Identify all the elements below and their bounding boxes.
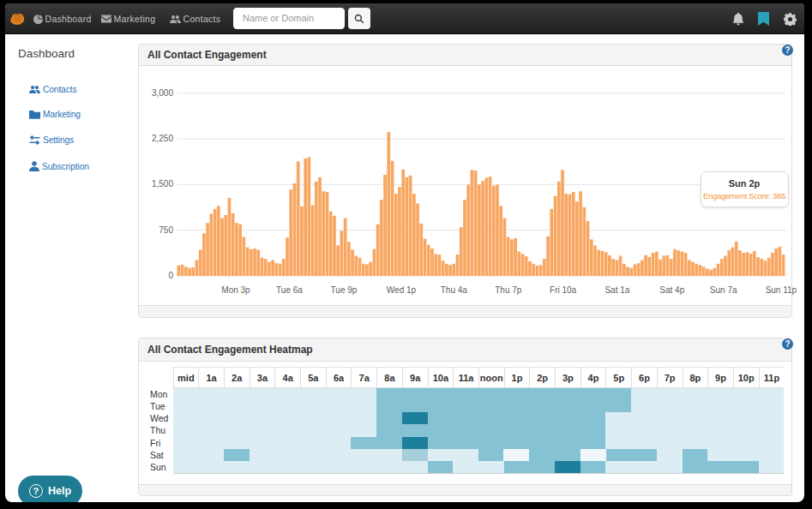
svg-text:Tue 6a: Tue 6a (276, 284, 303, 294)
svg-text:Sat 4p: Sat 4p (659, 284, 684, 294)
svg-text:Wed 1p: Wed 1p (387, 284, 417, 294)
svg-text:Sun 7a: Sun 7a (710, 284, 737, 294)
svg-text:3,000: 3,000 (152, 87, 173, 97)
svg-text:750: 750 (159, 225, 173, 234)
svg-text:Tue 9p: Tue 9p (331, 284, 358, 294)
svg-text:Thu 4a: Thu 4a (441, 284, 468, 294)
svg-text:1,500: 1,500 (152, 179, 173, 189)
svg-text:Mon 3p: Mon 3p (221, 284, 250, 294)
svg-text:Thu 7p: Thu 7p (495, 284, 522, 294)
svg-text:Sun 11p: Sun 11p (766, 284, 797, 294)
svg-text:0: 0 (168, 271, 173, 280)
svg-text:2,250: 2,250 (152, 134, 173, 143)
svg-text:Fri 10a: Fri 10a (550, 284, 577, 294)
svg-text:Sat 1a: Sat 1a (604, 284, 629, 294)
